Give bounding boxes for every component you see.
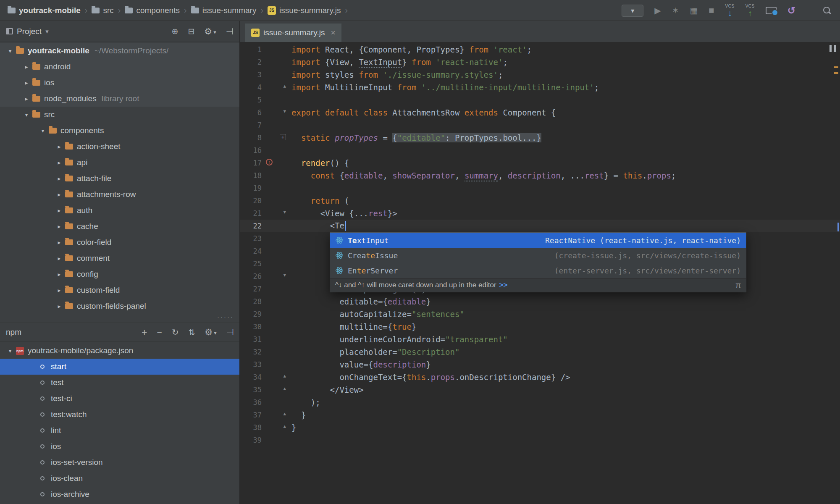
editor-line-6[interactable]: 6▾export default class AttachmentsRow ex… [240, 106, 840, 119]
editor-line-17[interactable]: 17↑ render() { [240, 157, 840, 169]
sort-button[interactable] [188, 328, 195, 337]
editor-line-37[interactable]: 37▴ } [240, 409, 840, 421]
tree-item-youtrack-mobile[interactable]: ▾youtrack-mobile~/WebstormProjects/ [0, 43, 240, 59]
tab-issue-summary-js[interactable]: issue-summary.js × [245, 24, 341, 42]
npm-script-test:watch[interactable]: test:watch [0, 407, 240, 423]
editor-line-19[interactable]: 19 [240, 182, 840, 194]
breadcrumb-item-youtrack-mobile[interactable]: youtrack-mobile [7, 6, 81, 15]
tree-item-src[interactable]: ▾src [0, 107, 240, 123]
tree-item-node_modules[interactable]: ▸node_moduleslibrary root [0, 91, 240, 107]
editor-line-36[interactable]: 36 ); [240, 396, 840, 409]
npm-root-item[interactable]: ▾youtrack-mobile/package.json [0, 343, 240, 359]
tree-item-ios[interactable]: ▸ios [0, 75, 240, 91]
tree-collapsed-icon[interactable]: ▸ [54, 271, 64, 278]
stop-button[interactable] [709, 6, 714, 15]
tree-collapsed-icon[interactable]: ▸ [54, 255, 64, 262]
tree-item-components[interactable]: ▾components [0, 123, 240, 139]
tree-collapsed-icon[interactable]: ▸ [21, 63, 32, 70]
npm-script-ios[interactable]: ios [0, 438, 240, 454]
warning-stripe-mark[interactable] [834, 72, 838, 74]
fold-close-icon[interactable]: ▴ [283, 83, 286, 89]
vcs-commit-button[interactable]: VCS [746, 4, 755, 17]
completion-item-CreateIssue[interactable]: CreateIssue(create-issue.js, src/views/c… [330, 248, 746, 263]
editor-line-34[interactable]: 34▴ onChangeText={this.props.onDescripti… [240, 371, 840, 383]
profiler-button[interactable] [690, 6, 698, 15]
editor-line-3[interactable]: 3import styles from './issue-summary.sty… [240, 68, 840, 81]
editor-line-22[interactable]: 22 <Te [240, 220, 840, 232]
tree-collapsed-icon[interactable]: ▸ [54, 223, 64, 230]
completion-item-EnterServer[interactable]: EnterServer(enter-server.js, src/views/e… [330, 263, 746, 278]
editor-line-16[interactable]: 16 [240, 144, 840, 157]
fold-close-icon[interactable]: ▴ [283, 423, 286, 429]
fold-close-icon[interactable]: ▴ [283, 410, 286, 417]
add-button[interactable] [142, 327, 147, 338]
tree-expanded-icon[interactable]: ▾ [5, 347, 15, 354]
override-method-icon[interactable]: ↑ [266, 159, 273, 165]
tree-collapsed-icon[interactable]: ▸ [54, 175, 64, 182]
editor-line-20[interactable]: 20 return ( [240, 194, 840, 207]
screen-share-icon[interactable] [766, 7, 777, 14]
editor-line-38[interactable]: 38▴} [240, 421, 840, 434]
panel-splitter[interactable] [0, 314, 240, 323]
hide-npm-panel-button[interactable] [226, 327, 234, 337]
npm-script-lint[interactable]: lint [0, 423, 240, 438]
tree-expanded-icon[interactable]: ▾ [5, 47, 15, 54]
editor-line-31[interactable]: 31 underlineColorAndroid="transparent" [240, 333, 840, 346]
sort-alphabetically-icon[interactable]: π [735, 281, 741, 290]
search-everywhere-button[interactable] [822, 6, 832, 15]
tree-collapsed-icon[interactable]: ▸ [54, 143, 64, 150]
breadcrumb-item-issue-summary.js[interactable]: issue-summary.js [267, 6, 341, 15]
editor-line-8[interactable]: 8+ static propTypes = {"editable": PropT… [240, 131, 840, 144]
tree-item-api[interactable]: ▸api [0, 155, 240, 171]
locate-file-button[interactable] [172, 26, 178, 36]
caret-stripe-mark[interactable] [837, 223, 839, 231]
npm-script-ios-archive[interactable]: ios-archive [0, 486, 240, 502]
editor-line-33[interactable]: 33 value={description} [240, 358, 840, 371]
reload-scripts-button[interactable] [172, 327, 179, 337]
tree-item-custom-field[interactable]: ▸custom-field [0, 282, 240, 298]
editor-line-35[interactable]: 35▴ </View> [240, 383, 840, 396]
tree-collapsed-icon[interactable]: ▸ [54, 287, 64, 294]
tree-collapsed-icon[interactable]: ▸ [54, 159, 64, 166]
tree-collapsed-icon[interactable]: ▸ [54, 303, 64, 310]
editor-line-32[interactable]: 32 placeholder="Description" [240, 346, 840, 358]
tree-item-action-sheet[interactable]: ▸action-sheet [0, 139, 240, 155]
chevron-down-icon[interactable] [45, 28, 49, 35]
npm-script-ios-clean[interactable]: ios-clean [0, 470, 240, 486]
npm-script-test[interactable]: test [0, 375, 240, 391]
tree-expanded-icon[interactable]: ▾ [38, 127, 48, 134]
editor-line-2[interactable]: 2import {View, TextInput} from 'react-na… [240, 56, 840, 68]
completion-item-TextInput[interactable]: TextInputReactNative (react-native.js, r… [330, 233, 746, 248]
remove-button[interactable] [157, 327, 162, 337]
tree-expanded-icon[interactable]: ▾ [21, 111, 32, 118]
tree-collapsed-icon[interactable]: ▸ [54, 191, 64, 198]
run-config-selector[interactable] [622, 5, 643, 17]
hide-panel-button[interactable] [226, 26, 234, 37]
tree-collapsed-icon[interactable]: ▸ [21, 95, 32, 102]
breadcrumb-item-components[interactable]: components [124, 6, 181, 15]
editor-line-18[interactable]: 18 const {editable, showSeparator, summa… [240, 169, 840, 182]
editor-line-39[interactable]: 39 [240, 434, 840, 446]
tree-collapsed-icon[interactable]: ▸ [54, 207, 64, 214]
fold-open-icon[interactable]: ▾ [283, 209, 286, 215]
npm-script-start[interactable]: start [0, 359, 240, 375]
editor-line-29[interactable]: 29 autoCapitalize="sentences" [240, 308, 840, 320]
rollback-button[interactable] [788, 6, 795, 16]
tree-item-auth[interactable]: ▸auth [0, 202, 240, 218]
tree-item-cache[interactable]: ▸cache [0, 218, 240, 234]
editor-line-1[interactable]: 1import React, {Component, PropTypes} fr… [240, 43, 840, 56]
warning-stripe-mark[interactable] [834, 66, 838, 68]
editor-line-7[interactable]: 7 [240, 119, 840, 131]
npm-script-ios-set-version[interactable]: ios-set-version [0, 454, 240, 470]
tree-collapsed-icon[interactable]: ▸ [21, 79, 32, 86]
tree-item-color-field[interactable]: ▸color-field [0, 234, 240, 250]
breadcrumb-item-issue-summary[interactable]: issue-summary [190, 6, 257, 15]
close-icon[interactable]: × [331, 28, 335, 37]
settings-menu-button[interactable] [204, 26, 216, 37]
collapse-all-button[interactable] [188, 26, 194, 36]
editor-line-21[interactable]: 21▾ <View {...rest}> [240, 207, 840, 220]
tree-item-comment[interactable]: ▸comment [0, 250, 240, 266]
editor-line-4[interactable]: 4▴import MultilineInput from '../multili… [240, 81, 840, 94]
editor-line-5[interactable]: 5 [240, 94, 840, 106]
inspection-indicator[interactable] [830, 45, 836, 52]
